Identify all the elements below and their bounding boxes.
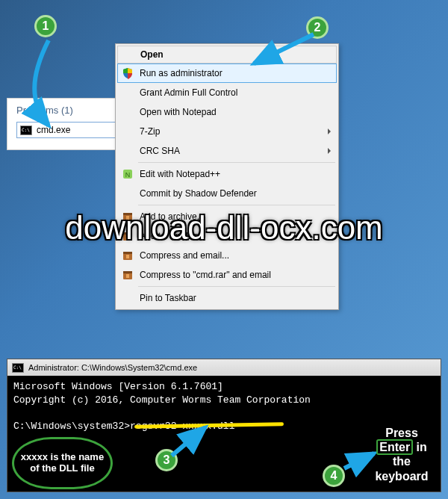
context-menu-item[interactable]: Grant Admin Full Control xyxy=(117,83,337,102)
notepadpp-icon: N xyxy=(122,168,134,180)
arrow-2 xyxy=(246,30,329,75)
the-keyboard-label: thekeyboard xyxy=(375,455,428,482)
arrow-1 xyxy=(34,36,86,133)
blank-icon xyxy=(122,125,134,137)
chevron-right-icon xyxy=(328,148,331,154)
context-menu-item[interactable]: Commit by Shadow Defender xyxy=(117,184,337,203)
cmd-line-copyright: Copyright (c) 2016, Computer Worms Team … xyxy=(13,394,435,407)
dll-name-annotation: xxxxx is the name of the DLL file xyxy=(12,437,113,489)
context-menu-item-label: Compress to "cmd.rar" and email xyxy=(140,270,332,280)
context-menu-item[interactable]: NEdit with Notepad++ xyxy=(117,164,337,184)
press-label: Press xyxy=(385,427,418,439)
context-menu-separator xyxy=(138,162,335,163)
shield-icon xyxy=(122,67,134,79)
step-badge-1: 1 xyxy=(34,15,57,37)
press-enter-annotation: Press Enter in thekeyboard xyxy=(366,426,438,483)
svg-rect-12 xyxy=(123,271,132,273)
svg-rect-13 xyxy=(126,274,129,278)
in-label: in xyxy=(417,441,427,453)
svg-rect-9 xyxy=(123,252,132,254)
cmd-icon xyxy=(12,363,24,373)
blank-icon xyxy=(122,106,134,118)
enter-label: Enter xyxy=(376,439,413,455)
cmd-window-title: Administrator: C:\Windows\System32\cmd.e… xyxy=(28,363,197,372)
context-menu-item-label: 7-Zip xyxy=(140,126,332,137)
cmd-line-version: Microsoft Windows [Version 6.1.7601] xyxy=(13,380,435,394)
cmd-icon xyxy=(20,125,32,135)
context-menu-item-label: Commit by Shadow Defender xyxy=(140,188,332,199)
context-menu-separator xyxy=(138,286,335,287)
archive-icon xyxy=(122,269,134,281)
blank-icon xyxy=(122,187,134,199)
context-menu-item-label: Open with Notepad xyxy=(140,107,332,117)
arrow-3 xyxy=(168,424,220,461)
watermark-text: download-dll-ocx.com xyxy=(0,209,448,247)
context-menu-item-label: Pin to Taskbar xyxy=(140,293,332,303)
context-menu-item-label: Edit with Notepad++ xyxy=(140,169,332,179)
context-menu-item-label: Grant Admin Full Control xyxy=(140,87,332,98)
context-menu-item[interactable]: Open with Notepad xyxy=(117,102,337,122)
chevron-right-icon xyxy=(328,128,331,134)
context-menu-item[interactable]: Compress and email... xyxy=(117,246,337,265)
context-menu-item[interactable]: 7-Zip xyxy=(117,122,337,141)
blank-icon xyxy=(122,292,134,304)
context-menu-item[interactable]: Compress to "cmd.rar" and email xyxy=(117,265,337,285)
context-menu-item-label: CRC SHA xyxy=(140,146,332,156)
archive-icon xyxy=(122,250,134,261)
svg-text:N: N xyxy=(125,171,131,179)
blank-icon xyxy=(122,145,134,157)
blank-icon xyxy=(122,87,134,99)
context-menu-item[interactable]: CRC SHA xyxy=(117,141,337,161)
context-menu-separator xyxy=(138,205,335,205)
context-menu-item[interactable]: Pin to Taskbar xyxy=(117,288,337,308)
cmd-title-bar: Administrator: C:\Windows\System32\cmd.e… xyxy=(7,359,441,376)
cmd-prompt: C:\Windows\system32> xyxy=(13,421,130,432)
svg-rect-10 xyxy=(126,255,129,258)
context-menu: Open Run as administratorGrant Admin Ful… xyxy=(115,43,339,310)
context-menu-item-label: Compress and email... xyxy=(140,250,332,261)
